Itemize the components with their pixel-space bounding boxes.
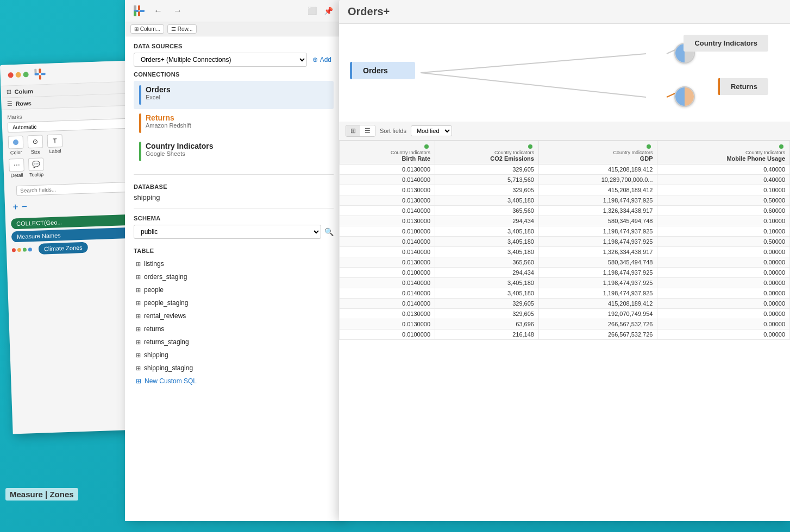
schema-search-btn[interactable]: 🔍	[324, 227, 334, 236]
orders-flow-label: Orders	[363, 66, 388, 75]
connection-returns[interactable]: Returns Amazon Redshift	[134, 109, 334, 137]
cell-1-2: 10,289,700,000.0...	[538, 175, 657, 185]
table-returns[interactable]: ⊞ returns	[134, 322, 334, 335]
cell-5-3: 0.10000	[657, 216, 790, 226]
measure-zones-label: Measure | Zones	[5, 488, 78, 501]
back-button[interactable]: ←	[151, 5, 165, 17]
rows-btn[interactable]: ☰ Row...	[167, 24, 197, 34]
returns-info: Returns Amazon Redshift	[146, 113, 191, 129]
connections-section: Connections Orders Excel Returns Amazon …	[125, 71, 342, 172]
list-view-btn[interactable]: ☰	[360, 125, 375, 136]
svg-rect-11	[134, 11, 136, 16]
cell-3-0: 0.0130000	[340, 195, 435, 206]
view-toggle: ⊞ ☰	[346, 125, 375, 137]
field-search-input[interactable]	[16, 182, 134, 197]
detail-label: Detail	[10, 173, 23, 179]
table-people-staging[interactable]: ⊞ people_staging	[134, 296, 334, 309]
cell-15-2: 266,567,532,726	[538, 319, 657, 330]
country-type: Google Sheets	[146, 150, 213, 157]
cell-3-2: 1,198,474,937,925	[538, 195, 657, 206]
cell-6-2: 1,198,474,937,925	[538, 226, 657, 237]
sort-label: Sort fields	[380, 128, 406, 134]
svg-rect-0	[39, 68, 41, 73]
data-sources-section: Data Sources Orders+ (Multiple Connectio…	[125, 36, 342, 71]
size-mark[interactable]: ⊙ Size	[28, 135, 43, 155]
table-people[interactable]: ⊞ people	[134, 283, 334, 296]
table-row: 0.0140000365,5601,326,334,438,9170.60000	[340, 206, 790, 216]
add-label: Add	[320, 56, 331, 64]
country-color-bar	[139, 142, 141, 161]
cell-4-3: 0.60000	[657, 206, 790, 216]
columns-btn[interactable]: ⊞ Colum...	[130, 24, 164, 34]
table-listings[interactable]: ⊞ listings	[134, 257, 334, 270]
cell-11-3: 0.00000	[657, 278, 790, 288]
cell-12-1: 3,405,180	[435, 288, 539, 299]
add-connection-button[interactable]: ⊕ Add	[310, 54, 334, 66]
table-icon-shipping: ⊞	[136, 352, 141, 359]
climate-zones-pill[interactable]: Climate Zones	[39, 242, 89, 255]
cell-1-0: 0.0140000	[340, 175, 435, 185]
connections-label: Connections	[134, 71, 334, 78]
join-circle-2[interactable]	[674, 86, 695, 107]
returns-flow-node[interactable]: Returns	[718, 78, 768, 95]
measure-names-pill[interactable]: Measure Names	[11, 227, 142, 242]
table-icon-shipping-staging: ⊞	[136, 365, 141, 372]
pin-icon-btn[interactable]: 📌	[322, 4, 335, 17]
cell-1-1: 5,713,560	[435, 175, 539, 185]
source-co2: Country Indicators	[440, 150, 534, 155]
climate-zones-label: Climate Zones	[44, 244, 83, 252]
save-icon-btn[interactable]: ⬜	[305, 4, 318, 17]
table-icon-people: ⊞	[136, 287, 141, 294]
table-shipping[interactable]: ⊞ shipping	[134, 349, 334, 362]
dot-blue	[28, 248, 32, 251]
add-icon[interactable]: +	[12, 201, 18, 213]
table-row: 0.01400003,405,1801,198,474,937,9250.000…	[340, 278, 790, 288]
cell-16-0: 0.0100000	[340, 330, 435, 340]
cell-12-0: 0.0140000	[340, 288, 435, 299]
right-panel-header: Orders+	[339, 0, 790, 24]
table-name-orders-staging: orders_staging	[144, 273, 187, 281]
label-mark-label: Label	[49, 148, 61, 154]
data-grid-panel: Orders+ Orders Country Indicators	[339, 0, 790, 521]
cell-8-0: 0.0140000	[340, 247, 435, 257]
cell-15-1: 63,696	[435, 319, 539, 330]
tooltip-mark[interactable]: 💬 Tooltip	[28, 157, 44, 178]
svg-rect-7	[138, 11, 140, 16]
country-flow-node[interactable]: Country Indicators	[684, 35, 768, 52]
table-shipping-staging[interactable]: ⊞ shipping_staging	[134, 362, 334, 375]
tooltip-icon: 💬	[28, 157, 44, 171]
orders-flow-node[interactable]: Orders	[350, 62, 415, 79]
table-returns-staging[interactable]: ⊞ returns_staging	[134, 335, 334, 349]
cell-5-1: 294,434	[435, 216, 539, 226]
data-source-select[interactable]: Orders+ (Multiple Connections)	[134, 53, 307, 67]
color-mark[interactable]: Color	[8, 136, 24, 156]
collect-geo-label: COLLECT(Geo...	[16, 219, 62, 227]
table-row: 0.01400003,405,1801,198,474,937,9250.500…	[340, 237, 790, 247]
cell-16-3: 0.00000	[657, 330, 790, 340]
table-icon-rental-reviews: ⊞	[136, 313, 141, 320]
grid-view-btn[interactable]: ⊞	[346, 125, 360, 136]
flow-diagram: Orders Country Indicators Returns	[339, 24, 790, 122]
name-mobile: Mobile Phone Usage	[726, 155, 785, 162]
table-header: Country Indicators Birth Rate Country In…	[340, 141, 790, 164]
table-rental-reviews[interactable]: ⊞ rental_reviews	[134, 309, 334, 322]
sort-select[interactable]: Modified	[411, 125, 452, 136]
table-row: 0.013000063,696266,567,532,7260.00000	[340, 319, 790, 330]
collect-geo-pill[interactable]: COLLECT(Geo...	[11, 214, 142, 229]
connection-country[interactable]: Country Indicators Google Sheets	[134, 137, 334, 166]
minus-icon[interactable]: −	[21, 201, 27, 212]
table-row: 0.0130000329,605415,208,189,4120.10000	[340, 185, 790, 195]
cell-4-0: 0.0140000	[340, 206, 435, 216]
table-orders-staging[interactable]: ⊞ orders_staging	[134, 270, 334, 283]
rows-label: Rows	[15, 100, 32, 107]
name-co2: CO2 Emissions	[490, 155, 534, 162]
connection-orders[interactable]: Orders Excel	[134, 81, 334, 109]
schema-select[interactable]: public	[134, 225, 321, 239]
returns-type: Amazon Redshift	[146, 122, 191, 129]
detail-mark[interactable]: ⋯ Detail	[9, 159, 24, 179]
new-custom-sql-btn[interactable]: ⊞ New Custom SQL	[134, 375, 334, 388]
label-mark[interactable]: T Label	[47, 134, 63, 154]
schema-label: Schema	[134, 215, 334, 221]
forward-button[interactable]: →	[171, 5, 185, 17]
cell-8-2: 1,326,334,438,917	[538, 247, 657, 257]
